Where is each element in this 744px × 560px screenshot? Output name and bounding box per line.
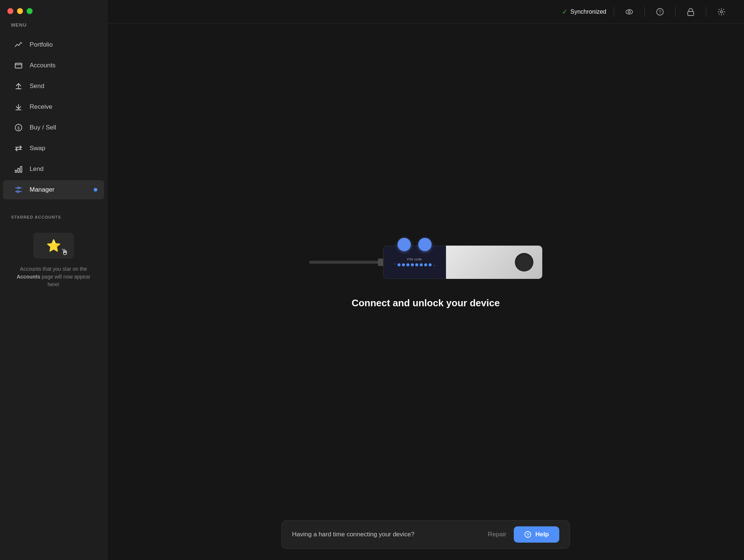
svg-text:$: $	[17, 126, 20, 130]
pin-dots: ⌃ ⌄	[393, 263, 436, 267]
svg-point-17	[626, 10, 633, 14]
starred-text-after: page will now appear here!	[40, 274, 90, 287]
device-main-body	[446, 246, 542, 279]
starred-section: STARRED ACCOUNTS ⭐ 🖱 Accounts that you s…	[0, 215, 107, 297]
svg-point-13	[18, 187, 20, 189]
sidebar-item-portfolio[interactable]: Portfolio	[3, 35, 104, 54]
starred-text-bold: Accounts	[17, 274, 40, 280]
header: ✓ Synchronized ?	[107, 0, 744, 24]
traffic-light-fullscreen[interactable]	[27, 8, 33, 14]
usb-cable	[309, 261, 383, 264]
sidebar-item-label-portfolio: Portfolio	[30, 41, 53, 48]
svg-text:?: ?	[527, 533, 529, 537]
star-icon: ⭐	[46, 239, 61, 253]
sidebar-item-label-swap: Swap	[30, 145, 46, 152]
sidebar-item-label-send: Send	[30, 82, 44, 90]
accounts-icon	[14, 61, 23, 70]
device-screen: PIN code ⌃ ⌄	[383, 246, 446, 279]
sync-check-icon: ✓	[562, 8, 567, 16]
pin-code-label: PIN code	[407, 257, 422, 261]
repair-link[interactable]: Repair	[488, 531, 506, 538]
sidebar-item-lend[interactable]: Lend	[3, 159, 104, 179]
starred-description: Accounts that you star on the Accounts p…	[11, 265, 96, 289]
header-divider-4	[706, 7, 706, 17]
sync-status: ✓ Synchronized	[562, 8, 606, 16]
settings-button[interactable]	[714, 4, 729, 20]
svg-point-22	[720, 11, 723, 13]
sidebar-item-label-lend: Lend	[30, 165, 44, 173]
starred-placeholder: ⭐ 🖱 Accounts that you star on the Accoun…	[3, 225, 104, 297]
pin-dot-4	[411, 263, 414, 266]
help-icon-button[interactable]: ?	[652, 4, 668, 20]
connect-title: Connect and unlock your device	[352, 297, 500, 309]
pin-dot-7	[424, 263, 427, 266]
manager-badge	[94, 188, 97, 192]
pin-dot-8	[429, 263, 432, 266]
device-illustration: PIN code ⌃ ⌄	[309, 246, 542, 279]
svg-point-18	[628, 11, 630, 13]
help-button[interactable]: ? Help	[514, 526, 559, 543]
bottom-help-text: Having a hard time connecting your devic…	[292, 531, 415, 538]
sidebar-item-label-buy-sell: Buy / Sell	[30, 124, 56, 131]
svg-rect-0	[15, 63, 22, 68]
device-button-right	[418, 238, 432, 251]
svg-rect-21	[688, 11, 694, 16]
bottom-actions: Repair ? Help	[488, 526, 559, 543]
pin-dot-3	[406, 263, 409, 266]
header-divider-2	[644, 7, 645, 17]
sidebar-item-label-manager: Manager	[30, 186, 54, 193]
svg-text:?: ?	[658, 9, 661, 15]
sidebar: MENU Portfolio Accounts Send	[0, 0, 107, 560]
traffic-light-minimize[interactable]	[17, 8, 23, 14]
sidebar-item-receive[interactable]: Receive	[3, 97, 104, 117]
portfolio-icon	[14, 40, 23, 49]
sidebar-item-buy-sell[interactable]: $ Buy / Sell	[3, 118, 104, 137]
sidebar-item-label-accounts: Accounts	[30, 62, 56, 69]
receive-icon	[14, 102, 23, 111]
help-button-label: Help	[535, 531, 549, 538]
svg-rect-10	[20, 166, 22, 172]
sidebar-item-manager[interactable]: Manager	[3, 180, 104, 199]
main-content: ✓ Synchronized ?	[107, 0, 744, 560]
traffic-light-close[interactable]	[7, 8, 13, 14]
eye-button[interactable]	[621, 4, 637, 20]
device-buttons	[398, 238, 432, 251]
starred-text-before: Accounts that you star on the	[20, 266, 87, 272]
sidebar-item-label-receive: Receive	[30, 103, 52, 111]
content-area: PIN code ⌃ ⌄	[107, 24, 744, 560]
sidebar-item-accounts[interactable]: Accounts	[3, 56, 104, 75]
svg-point-16	[17, 191, 19, 193]
manager-icon	[14, 185, 23, 194]
sidebar-item-swap[interactable]: Swap	[3, 139, 104, 158]
help-circle-icon: ?	[524, 531, 532, 538]
bottom-bar: Having a hard time connecting your devic…	[281, 520, 570, 549]
svg-rect-8	[15, 170, 17, 172]
star-card: ⭐ 🖱	[33, 233, 74, 259]
svg-rect-9	[18, 168, 19, 172]
sync-label: Synchronized	[570, 9, 606, 15]
traffic-lights	[7, 8, 33, 14]
sidebar-item-send[interactable]: Send	[3, 77, 104, 96]
pin-dot-2	[402, 263, 405, 266]
starred-label: STARRED ACCOUNTS	[3, 215, 104, 219]
header-divider-3	[675, 7, 676, 17]
header-divider-1	[614, 7, 614, 17]
send-icon	[14, 82, 23, 91]
lend-icon	[14, 165, 23, 173]
pin-dot-1	[398, 263, 401, 266]
lock-button[interactable]	[683, 4, 698, 20]
cursor-icon: 🖱	[61, 247, 69, 257]
menu-label: MENU	[0, 22, 107, 28]
swap-icon	[14, 144, 23, 153]
device-button-left	[398, 238, 411, 251]
ledger-device: PIN code ⌃ ⌄	[383, 246, 542, 279]
pin-dot-6	[420, 263, 423, 266]
device-wheel	[515, 253, 533, 271]
buy-sell-icon: $	[14, 123, 23, 132]
pin-dot-5	[415, 263, 418, 266]
